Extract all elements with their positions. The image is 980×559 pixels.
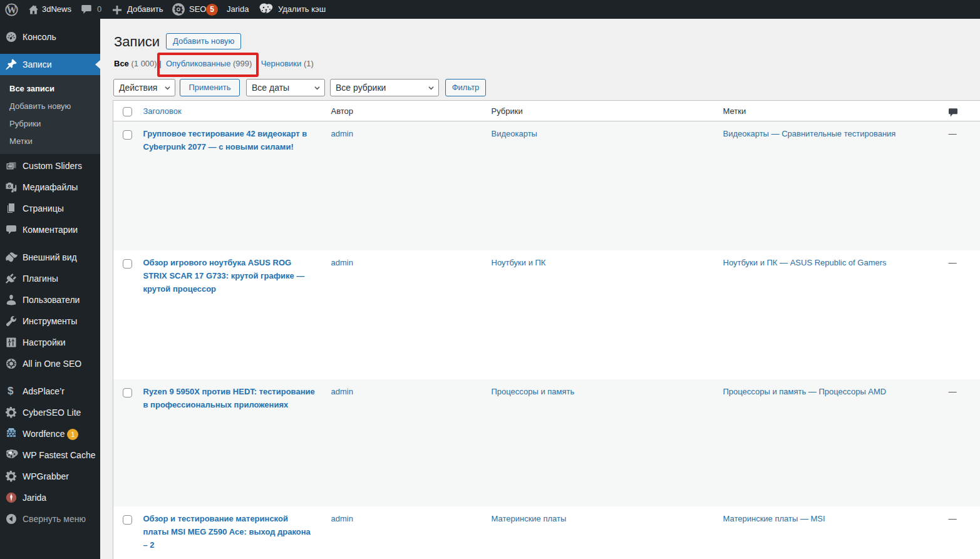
svg-text:W: W [7,4,17,15]
